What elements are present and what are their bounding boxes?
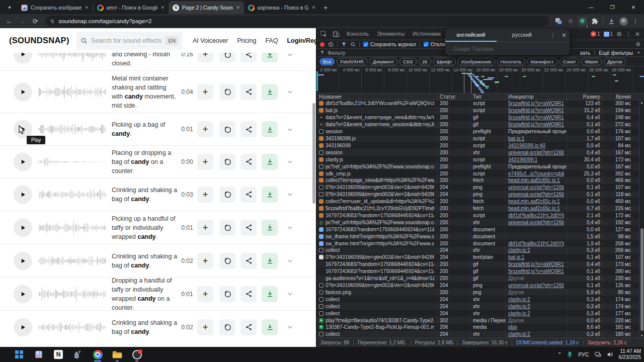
network-request-row[interactable]: collect204xhrclarity.js:20,3 кб266 мс <box>316 247 644 254</box>
share-button[interactable] <box>240 121 257 137</box>
download-button[interactable] <box>262 53 278 62</box>
soundsnap-logo[interactable]: (SOUNDSNAP) <box>9 36 69 45</box>
network-request-row[interactable]: 0?ti=343196099&tm=gtm002&Ver=2&mid=94286… <box>316 184 644 191</box>
share-button[interactable] <box>240 154 257 170</box>
search-language-chip[interactable]: EN <box>165 36 179 45</box>
download-button[interactable] <box>262 253 278 269</box>
taskbar-app-explorer[interactable] <box>111 348 123 360</box>
network-request-row[interactable]: 16797243683/?random=1750668445924&cv=11&… <box>316 268 644 275</box>
play-button[interactable] <box>14 218 32 237</box>
translate-icon[interactable]: A文 <box>553 16 564 27</box>
add-to-list-button[interactable]: + <box>197 187 213 203</box>
column-header-name[interactable]: Название <box>316 94 437 100</box>
play-button[interactable] <box>14 82 32 101</box>
tab-search-icon[interactable]: ▾ <box>3 2 16 13</box>
network-request-row[interactable]: 0?ti=343196099&tm=gtm002&Ver=2&mid=94286… <box>316 282 644 289</box>
expand-chevron-icon[interactable] <box>285 190 295 200</box>
download-button[interactable] <box>262 220 278 236</box>
downloads-icon[interactable] <box>606 16 617 27</box>
devtools-tab-источники[interactable]: Источники <box>409 28 445 40</box>
translate-close-icon[interactable]: ✕ <box>558 32 570 39</box>
find-similar-button[interactable] <box>219 220 235 236</box>
network-request-row[interactable]: collect?en=user_id_update&dl=https%3A%2F… <box>316 198 644 205</box>
inspect-element-icon[interactable] <box>318 29 330 39</box>
expand-chevron-icon[interactable] <box>285 53 295 59</box>
share-button[interactable] <box>240 220 257 236</box>
share-button[interactable] <box>240 253 257 269</box>
restore-button[interactable]: ❐ <box>602 0 623 14</box>
play-button[interactable] <box>14 285 32 303</box>
taskbar-app-notion[interactable] <box>52 348 64 360</box>
waveform[interactable] <box>38 252 106 269</box>
expand-chevron-icon[interactable] <box>285 87 295 97</box>
extensions-puzzle-icon[interactable] <box>589 16 600 27</box>
play-button[interactable] <box>14 152 32 171</box>
network-request-row[interactable]: 16797243683/?random=1750668445924&cv=11&… <box>316 212 644 219</box>
add-to-list-button[interactable]: + <box>197 121 213 137</box>
network-settings-icon[interactable]: ⚙ <box>635 41 640 48</box>
column-header-time[interactable]: Время <box>603 94 633 100</box>
network-request-row[interactable]: 5rszwflrtd?ba8bc21f=L2cvY29sbGVjdD92PTIm… <box>316 205 644 212</box>
column-header-init[interactable]: Инициатор <box>506 94 567 100</box>
browser-tab[interactable]: картинка - Поиск в Google✕ <box>244 1 319 14</box>
network-request-row[interactable]: dbf1d?ba8bc21f=L2d0YWcvanM%2FaWQ9QVctM1Y… <box>316 100 644 107</box>
column-header-type[interactable]: Тип <box>470 94 506 100</box>
profile-avatar[interactable] <box>618 16 629 27</box>
network-request-row[interactable]: ()pc?ref_url=https%3A%2F%2Fwww.soundsnap… <box>316 219 644 226</box>
add-to-list-button[interactable]: + <box>197 220 213 236</box>
find-similar-button[interactable] <box>219 253 235 269</box>
tab-close-icon[interactable]: ✕ <box>85 5 89 10</box>
column-header-status[interactable]: Статус <box>437 94 470 100</box>
share-button[interactable] <box>240 84 257 100</box>
share-button[interactable] <box>240 53 257 62</box>
taskbar-app-floppy[interactable] <box>33 348 45 360</box>
filter-chip-все[interactable]: Все <box>319 58 335 65</box>
filter-chip-шрифт[interactable]: Шрифт <box>433 58 456 65</box>
network-request-row[interactable]: 130387-Candy-Type2-Bag-PickUp-Fienup-001… <box>316 324 644 331</box>
find-similar-button[interactable] <box>219 53 235 62</box>
scroll-up-icon[interactable]: ▲ <box>639 101 644 104</box>
back-icon[interactable]: ← <box>3 15 15 27</box>
network-request-row[interactable]: sw_iframe.html?origin=https%3A%2F%2Fwww.… <box>316 233 644 240</box>
minimize-button[interactable]: — <box>581 0 602 14</box>
waveform[interactable] <box>38 83 106 101</box>
play-button[interactable] <box>14 251 32 270</box>
waveform[interactable] <box>38 121 106 138</box>
network-request-row[interactable]: 16797243683?random=1750668445924&cv=11&f… <box>316 226 644 233</box>
network-request-row[interactable]: sw_iframe.html?origin=https%3A%2F%2Fwww.… <box>316 240 644 247</box>
tab-close-icon[interactable]: ✕ <box>236 5 240 10</box>
add-to-list-button[interactable]: + <box>197 84 213 100</box>
devtools-menu-icon[interactable]: ⋮ <box>625 31 631 38</box>
filter-input[interactable]: Фильтр <box>328 50 345 56</box>
waveform[interactable] <box>38 153 106 170</box>
volume-icon[interactable] <box>607 351 613 357</box>
taskbar-app-chrome[interactable] <box>92 348 104 360</box>
network-request-row[interactable]: favicon.png200pngДругое5,9 кб85 мс <box>316 289 644 296</box>
network-request-row[interactable]: collect204xhrclarity.js:20,3 кб177 мс <box>316 310 644 317</box>
play-button[interactable] <box>14 53 32 64</box>
taskbar-app-obs[interactable] <box>131 348 143 360</box>
taskbar-app-device[interactable] <box>72 348 84 360</box>
waveform[interactable] <box>38 219 106 236</box>
network-request-row[interactable]: 343196099200script343196099.js:400,9 кб8… <box>316 142 644 149</box>
network-request-row[interactable]: bat.js200script5rszwflrtd.js?o=aWQ9R1RNL… <box>316 107 644 114</box>
network-request-row[interactable]: pc?ref_url=https%3A%2F%2Fwww.soundsnap.c… <box>316 163 644 170</box>
add-to-list-button[interactable]: + <box>197 53 213 62</box>
extension-icon[interactable]: 1 <box>577 16 588 27</box>
expand-chevron-icon[interactable] <box>285 157 295 167</box>
taskbar-clock[interactable]: 11:47 AM 6/23/2025 <box>619 348 641 360</box>
find-similar-button[interactable] <box>219 286 235 302</box>
site-info-icon[interactable]: ⇅ <box>50 19 54 24</box>
network-request-row[interactable]: 0?ti=343196099&tm=gtm002&Ver=2&mid=94286… <box>316 254 644 261</box>
network-request-row[interactable]: 343196099.js200scriptbat.js:11,7 кб107 м… <box>316 135 644 142</box>
translate-menu-icon[interactable]: ⋮ <box>547 32 558 39</box>
expand-chevron-icon[interactable] <box>285 223 295 233</box>
record-icon[interactable] <box>320 42 325 47</box>
microphone-icon[interactable] <box>567 351 573 358</box>
find-similar-button[interactable] <box>219 187 235 203</box>
network-request-row[interactable]: collect204xhrclarity.js:20,3 кб174 мс <box>316 303 644 310</box>
network-overview-timeline[interactable]: 2 000 мс4 000 мс6 000 мс8 000 мс10 000 м… <box>316 66 644 94</box>
clear-icon[interactable] <box>328 42 334 47</box>
bookmark-star-icon[interactable]: ☆ <box>565 16 576 27</box>
network-request-row[interactable]: clarity.js200script343196099:130,4 кб172… <box>316 156 644 163</box>
